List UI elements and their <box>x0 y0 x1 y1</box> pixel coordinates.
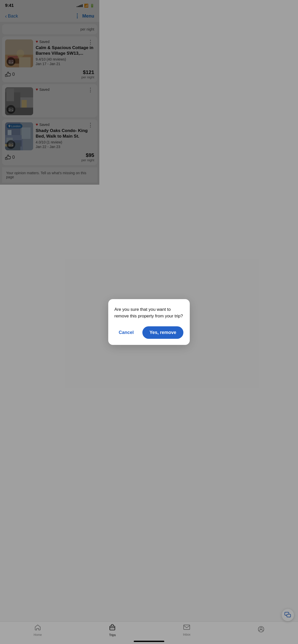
modal-overlay: Are you sure that you want to remove thi… <box>0 0 99 215</box>
